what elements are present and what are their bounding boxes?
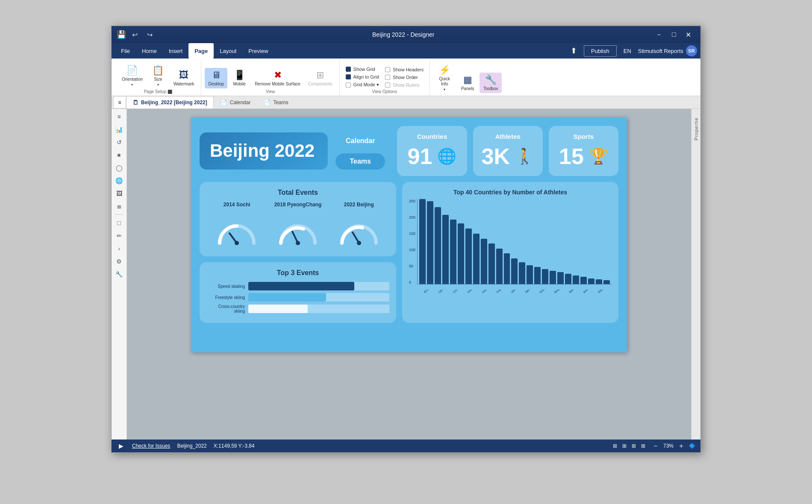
- chart-bar-item-11: [504, 253, 510, 284]
- menu-page[interactable]: Page: [188, 43, 214, 59]
- menu-file[interactable]: File: [115, 43, 136, 59]
- menu-layout[interactable]: Layout: [214, 43, 242, 59]
- app-icon: 💾: [117, 30, 126, 39]
- grid-mode-label: Grid Mode ▾: [353, 82, 379, 88]
- chart-bar-item-13: [519, 262, 525, 284]
- watermark-button[interactable]: 🖼 Watermark: [170, 68, 198, 88]
- panels-button[interactable]: ▦ Panels: [456, 73, 479, 93]
- quick-info-button[interactable]: ⚡ QuickInfo ▾: [433, 63, 456, 93]
- undo-button[interactable]: ↩: [129, 30, 140, 40]
- quick-info-icon: ⚡: [439, 64, 450, 76]
- titlebar-title: Beijing 2022 - Designer: [155, 31, 651, 38]
- status-icon-4[interactable]: ⊞: [641, 443, 645, 449]
- show-grid-checkbox[interactable]: Show Grid: [343, 66, 382, 73]
- show-order-check: [385, 75, 390, 80]
- lt-btn-pen[interactable]: ✏: [113, 230, 125, 242]
- lt-btn-image[interactable]: 🖼: [113, 188, 125, 199]
- titlebar: 💾 ↩ ↪ Beijing 2022 - Designer － □ ✕: [112, 26, 700, 43]
- lt-btn-rotate[interactable]: ↺: [113, 136, 125, 148]
- lt-btn-circle[interactable]: ◯: [113, 162, 125, 174]
- gauge-svg-pyeongchang: [274, 211, 321, 249]
- desktop-button[interactable]: 🖥 Desktop: [205, 68, 227, 88]
- teams-button[interactable]: Teams: [335, 153, 385, 170]
- show-rulers-checkbox[interactable]: Show Rulers: [382, 82, 426, 88]
- tab-teams[interactable]: 📄 Teams: [257, 96, 294, 108]
- right-panel-tab[interactable]: Propertie: [691, 109, 700, 440]
- statusbar-right: ⊞ ⊞ ⊞ ⊞ － 73% ＋ 🔷: [613, 442, 695, 451]
- menu-home[interactable]: Home: [136, 43, 163, 59]
- group-label-page-setup: Page Setup ⬛: [118, 88, 197, 95]
- lt-btn-chart[interactable]: 📊: [113, 123, 125, 135]
- stat-icon-athletes: 🚶: [515, 147, 534, 165]
- mobile-button[interactable]: 📱 Mobile: [228, 68, 250, 88]
- lt-btn-globe[interactable]: 🌐: [113, 175, 125, 187]
- right-column: Top 40 Countries by Number of Athletes 2…: [402, 182, 618, 323]
- play-button[interactable]: ▶: [117, 442, 125, 450]
- y-label-0: 0: [409, 280, 415, 284]
- maximize-button[interactable]: □: [668, 29, 680, 41]
- ribbon-view-options-items: Show Grid Align to Grid Grid Mode ▾ Show: [343, 61, 427, 88]
- chart-bar-item-19: [565, 274, 571, 284]
- y-label-200: 200: [409, 215, 415, 220]
- menubar-right: ⬆ Publish EN Stimulsoft Reports SR: [567, 43, 697, 59]
- expand-icon[interactable]: ⬛: [168, 90, 172, 94]
- components-button[interactable]: ⊞ Components: [305, 68, 336, 88]
- language-selector[interactable]: EN: [620, 46, 635, 56]
- lt-btn-star[interactable]: ★: [113, 149, 125, 161]
- menu-insert[interactable]: Insert: [163, 43, 189, 59]
- ribbon-group-view: 🖥 Desktop 📱 Mobile ✖ Remove Mobile Surfa…: [201, 60, 339, 96]
- menu-preview[interactable]: Preview: [242, 43, 274, 59]
- lt-btn-list[interactable]: ≣: [113, 200, 125, 212]
- size-button[interactable]: 📋 Size ▾: [147, 63, 169, 88]
- sidebar-toggle[interactable]: ≡: [113, 96, 126, 108]
- chart-bar-item-20: [573, 275, 579, 284]
- zoom-out-button[interactable]: －: [650, 442, 661, 451]
- tab-beijing2022[interactable]: 🗒 Beijing_2022 [Beijing 2022]: [126, 96, 214, 108]
- show-order-checkbox[interactable]: Show Order: [382, 74, 426, 81]
- orientation-button[interactable]: 📄 Orientation ▾: [118, 63, 146, 88]
- status-icon-1[interactable]: ⊞: [613, 443, 617, 449]
- gauge-svg-beijing: [335, 211, 382, 249]
- lt-btn-grid[interactable]: ≡: [113, 111, 125, 123]
- lt-btn-rect[interactable]: □: [113, 217, 125, 229]
- share-button[interactable]: ⬆: [567, 44, 580, 57]
- stat-card-athletes: Athletes 3K 🚶: [473, 126, 543, 176]
- publish-button[interactable]: Publish: [584, 45, 617, 57]
- stat-title-countries: Countries: [417, 133, 447, 140]
- chart-bar-label-3: Finland: [467, 290, 478, 293]
- gauge-beijing: 2022 Beijing: [335, 202, 382, 249]
- group-label-view: View: [205, 88, 335, 95]
- tab-calendar[interactable]: 📄 Calendar: [214, 96, 257, 108]
- lt-btn-arrow[interactable]: ›: [113, 243, 125, 255]
- status-icon-3[interactable]: ⊞: [632, 443, 636, 449]
- remove-mobile-button[interactable]: ✖ Remove Mobile Surface: [251, 68, 304, 88]
- stat-title-sports: Sports: [574, 133, 594, 140]
- chart-bar-item-14: [527, 265, 533, 284]
- remove-mobile-icon: ✖: [274, 70, 282, 81]
- chart-bar-item-10: [496, 249, 503, 284]
- redo-button[interactable]: ↪: [144, 30, 155, 40]
- minimize-button[interactable]: －: [651, 29, 667, 41]
- stat-value-sports: 15 🏆: [559, 144, 608, 169]
- canvas-area[interactable]: Beijing 2022 Calendar Teams Countries 9: [127, 109, 691, 440]
- bar-fill-2: [248, 305, 308, 313]
- lt-btn-settings[interactable]: ⚙: [113, 255, 125, 267]
- chart-bar-item-12: [511, 258, 518, 284]
- show-headers-checkbox[interactable]: Show Headers: [382, 66, 426, 73]
- show-rulers-check: [385, 82, 390, 88]
- gauge-sochi: 2014 Sochi: [213, 202, 260, 249]
- status-icon-2[interactable]: ⊞: [622, 443, 627, 449]
- lt-btn-wrench[interactable]: 🔧: [113, 268, 125, 280]
- close-button[interactable]: ✕: [681, 29, 695, 41]
- chart-bar-item-3: [442, 215, 449, 284]
- check-issues-label[interactable]: Check for Issues: [132, 443, 170, 449]
- chart-bar-item-1: [427, 201, 433, 284]
- grid-mode-dropdown[interactable]: Grid Mode ▾: [343, 81, 382, 88]
- stat-number-sports: 15: [559, 144, 584, 169]
- calendar-button[interactable]: Calendar: [335, 133, 385, 149]
- align-grid-checkbox[interactable]: Align to Grid: [343, 73, 382, 80]
- zoom-in-button[interactable]: ＋: [676, 442, 686, 451]
- bar-fill-1: [248, 293, 326, 302]
- lt-separator: [115, 214, 124, 215]
- toolbox-button[interactable]: 🔧 Toolbox: [480, 73, 502, 93]
